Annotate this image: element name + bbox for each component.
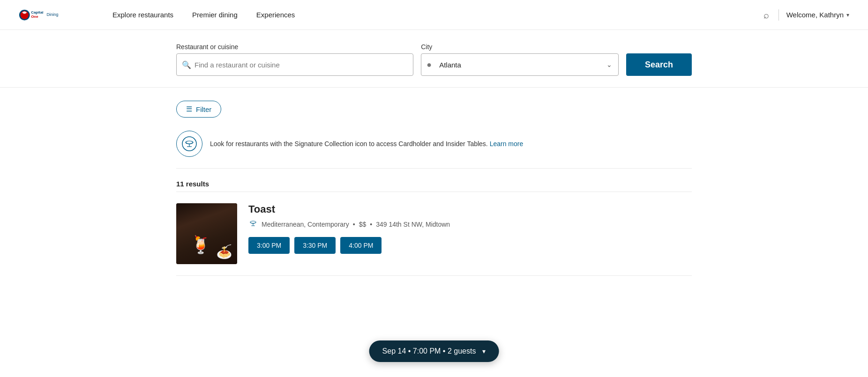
learn-more-link[interactable]: Learn more <box>490 140 524 148</box>
svg-text:Dining: Dining <box>47 12 59 16</box>
restaurant-address-dot: • <box>370 221 372 228</box>
header-search-button[interactable]: ⌕ <box>762 8 771 22</box>
main-header: Capital One Dining Explore restaurants P… <box>0 0 868 30</box>
search-section: Restaurant or cuisine 🔍 City ● Atlanta N… <box>0 30 868 88</box>
search-button[interactable]: Search <box>626 53 692 76</box>
signature-badge-icon <box>248 219 258 229</box>
city-select-wrapper: ● Atlanta New York Los Angeles Chicago M… <box>421 53 619 76</box>
results-divider <box>176 192 692 192</box>
restaurant-image[interactable] <box>176 203 237 264</box>
header-divider <box>778 9 779 21</box>
main-nav: Explore restaurants Premier dining Exper… <box>112 11 762 19</box>
restaurant-price-dot: • <box>353 221 355 228</box>
signature-text: Look for restaurants with the Signature … <box>210 140 523 148</box>
filter-icon: ☰ <box>186 105 192 113</box>
city-select[interactable]: Atlanta New York Los Angeles Chicago Mia… <box>421 53 619 76</box>
signature-notice: Look for restaurants with the Signature … <box>176 131 692 169</box>
restaurant-input-wrapper: 🔍 <box>176 53 413 76</box>
restaurant-image-inner <box>176 203 237 264</box>
restaurant-label: Restaurant or cuisine <box>176 43 413 51</box>
restaurant-search-icon: 🔍 <box>182 60 191 69</box>
city-label: City <box>421 43 619 51</box>
user-menu[interactable]: Welcome, Kathryn ▾ <box>786 11 849 19</box>
restaurant-name[interactable]: Toast <box>248 203 692 215</box>
filter-button[interactable]: ☰ Filter <box>176 101 221 118</box>
time-slot-1[interactable]: 3:30 PM <box>294 237 336 254</box>
restaurant-address: 349 14th St NW, Midtown <box>376 221 450 228</box>
main-content: ☰ Filter Look for restaurants with the S… <box>176 88 692 289</box>
location-icon: ● <box>427 60 432 70</box>
nav-experiences[interactable]: Experiences <box>256 11 295 19</box>
restaurant-field: Restaurant or cuisine 🔍 <box>176 43 413 76</box>
time-slots: 3:00 PM 3:30 PM 4:00 PM <box>248 237 692 254</box>
filter-label: Filter <box>196 105 211 113</box>
restaurant-input[interactable] <box>176 53 413 76</box>
city-field: City ● Atlanta New York Los Angeles Chic… <box>421 43 619 76</box>
nav-premier[interactable]: Premier dining <box>192 11 238 19</box>
results-count: 11 results <box>176 180 692 188</box>
time-slot-2[interactable]: 4:00 PM <box>340 237 382 254</box>
restaurant-meta: Mediterranean, Contemporary • $$ • 349 1… <box>248 219 692 229</box>
time-slot-0[interactable]: 3:00 PM <box>248 237 290 254</box>
logo[interactable]: Capital One Dining <box>19 7 84 23</box>
nav-explore[interactable]: Explore restaurants <box>112 11 173 19</box>
restaurant-info: Toast Mediterranean, Contemporary • $$ • <box>248 203 692 264</box>
svg-text:Capital: Capital <box>31 10 43 14</box>
user-menu-chevron-icon: ▾ <box>846 12 849 18</box>
restaurant-card: Toast Mediterranean, Contemporary • $$ • <box>176 203 692 276</box>
search-icon: ⌕ <box>763 10 769 20</box>
restaurant-price: $$ <box>359 221 367 228</box>
search-row: Restaurant or cuisine 🔍 City ● Atlanta N… <box>176 43 692 76</box>
filter-row: ☰ Filter <box>176 101 692 118</box>
welcome-text: Welcome, Kathryn <box>786 11 844 19</box>
restaurant-cuisine: Mediterranean, Contemporary <box>262 221 349 228</box>
header-right: ⌕ Welcome, Kathryn ▾ <box>762 8 849 22</box>
svg-text:One: One <box>31 15 38 19</box>
signature-collection-icon <box>176 131 202 157</box>
